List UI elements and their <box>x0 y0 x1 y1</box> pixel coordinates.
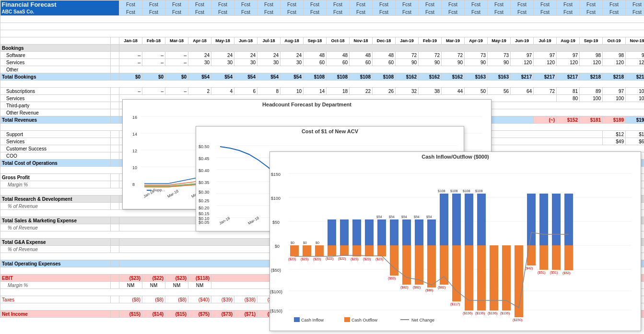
svg-text:Cash Inflow: Cash Inflow <box>301 318 324 322</box>
svg-text:$108: $108 <box>450 189 458 193</box>
svg-text:$54: $54 <box>401 215 407 219</box>
svg-text:$0.35: $0.35 <box>199 180 210 185</box>
svg-text:$108: $108 <box>475 189 483 193</box>
subscriptions-label: Subscriptions <box>0 88 111 95</box>
pct-revenue-rd-label: % of Revenue <box>0 203 111 210</box>
svg-text:$100: $100 <box>271 196 281 201</box>
subscriptions-row: Subscriptions – – – 2 4 6 8 10 14 18 22 … <box>0 88 644 95</box>
date-header-row: Jan-18 Feb-18 Mar-18 Apr-18 May-18 Jun-1… <box>0 37 644 45</box>
svg-rect-64 <box>340 219 349 245</box>
title-row: Financial Forecast Fcst Fcst Fcst Fcst F… <box>0 0 644 9</box>
software-label: Software <box>0 52 111 59</box>
svg-text:($22): ($22) <box>326 257 333 261</box>
svg-rect-127 <box>552 245 561 270</box>
total-bookings-label: Total Bookings <box>0 73 111 81</box>
svg-text:($136): ($136) <box>463 311 472 315</box>
svg-text:$0.50: $0.50 <box>199 144 210 149</box>
empty-row-3 <box>0 16 644 23</box>
svg-text:($51): ($51) <box>538 271 545 275</box>
svg-text:($50): ($50) <box>271 268 281 273</box>
headcount-chart-title: Headcount Forecast by Department <box>123 100 491 109</box>
coo-label: COO <box>0 152 111 160</box>
svg-rect-101 <box>390 245 398 276</box>
svg-text:$0.00: $0.00 <box>199 224 210 225</box>
svg-text:($117): ($117) <box>450 302 460 306</box>
svg-rect-67 <box>377 219 386 245</box>
services-booking-label: Services <box>0 59 111 66</box>
svg-text:($82): ($82) <box>413 286 421 289</box>
svg-text:$0: $0 <box>275 244 280 249</box>
svg-text:Supp...: Supp... <box>153 188 165 192</box>
subtitle-row: ABC SaaS Co. Fcst Fcst Fcst Fcst Fcst Fc… <box>0 9 644 16</box>
svg-text:$54: $54 <box>376 215 382 219</box>
svg-text:$0: $0 <box>316 241 319 244</box>
svg-text:Jan-18: Jan-18 <box>219 216 231 225</box>
svg-rect-97 <box>365 245 374 256</box>
svg-rect-93 <box>340 245 349 256</box>
svg-rect-83 <box>477 194 486 245</box>
svg-rect-123 <box>527 245 536 265</box>
empty-row-13 <box>0 81 644 88</box>
services-ops-label: Services <box>0 138 111 145</box>
svg-text:14: 14 <box>132 132 137 137</box>
ebit-label: EBIT <box>0 275 111 282</box>
svg-text:($136): ($136) <box>475 311 485 315</box>
svg-text:($23): ($23) <box>288 257 296 261</box>
svg-rect-77 <box>440 194 448 245</box>
svg-rect-137 <box>344 317 350 322</box>
pct-revenue-sm-label: % of Revenue <box>0 224 111 231</box>
app-title: Financial Forecast <box>0 0 119 9</box>
svg-text:($136): ($136) <box>488 311 497 315</box>
svg-text:($82): ($82) <box>438 286 445 289</box>
svg-text:$50: $50 <box>272 220 280 225</box>
total-sm-label: Total Sales & Marketing Expense <box>0 217 111 224</box>
svg-text:($88): ($88) <box>425 288 433 292</box>
svg-text:$0.30: $0.30 <box>199 190 210 195</box>
app-subtitle: ABC SaaS Co. <box>0 9 119 16</box>
software-row: Software – – – 24 24 24 24 24 48 48 48 4… <box>0 52 644 59</box>
svg-text:($51): ($51) <box>550 271 558 275</box>
svg-text:($23): ($23) <box>363 257 371 261</box>
svg-rect-131 <box>527 194 536 245</box>
svg-rect-73 <box>415 219 423 245</box>
svg-text:($82): ($82) <box>400 286 408 289</box>
cash-chart-svg: $150 $100 $50 $0 ($50) ($100) ($150) $0 … <box>270 161 634 324</box>
svg-text:Mar-18: Mar-18 <box>167 189 180 199</box>
taxes-label: Taxes <box>0 296 111 303</box>
net-income-label: Net Income <box>0 311 111 318</box>
svg-text:$150: $150 <box>271 172 281 177</box>
svg-text:($23): ($23) <box>301 257 308 261</box>
svg-text:($23): ($23) <box>351 257 358 261</box>
svg-rect-133 <box>552 194 561 245</box>
svg-text:($23): ($23) <box>313 257 321 261</box>
svg-text:$0.25: $0.25 <box>199 198 210 203</box>
svg-rect-79 <box>452 194 461 245</box>
svg-text:Net Change: Net Change <box>411 318 434 322</box>
svg-text:($100): ($100) <box>270 289 282 294</box>
svg-text:($52): ($52) <box>562 271 570 275</box>
gross-profit-label: Gross Profit <box>0 174 111 181</box>
svg-text:$108: $108 <box>438 189 445 193</box>
svg-rect-95 <box>352 245 361 256</box>
spreadsheet-container: Financial Forecast Fcst Fcst Fcst Fcst F… <box>0 0 644 334</box>
svg-rect-107 <box>427 245 436 288</box>
svg-rect-125 <box>539 245 548 270</box>
support-label: Support <box>0 131 111 138</box>
margin-ebit-label: Margin % <box>0 282 111 289</box>
cost-acv-chart-title: Cost of $1 of New ACV <box>196 127 464 136</box>
total-cost-ops-label: Total Cost of Operations <box>0 160 111 167</box>
services-revenue-label: Services <box>0 95 111 102</box>
svg-rect-69 <box>390 219 398 245</box>
svg-text:12: 12 <box>132 149 137 153</box>
svg-text:($136): ($136) <box>500 311 510 315</box>
empty-row-4 <box>0 23 644 30</box>
svg-rect-105 <box>415 245 423 285</box>
svg-text:($22): ($22) <box>338 257 346 261</box>
svg-text:($23): ($23) <box>375 257 383 261</box>
total-ga-label: Total G&A Expense <box>0 239 111 246</box>
svg-text:$54: $54 <box>389 215 395 219</box>
svg-text:($42): ($42) <box>525 266 533 270</box>
fcst-header: Fcst <box>119 0 142 9</box>
svg-rect-134 <box>564 194 573 245</box>
svg-text:($63): ($63) <box>388 276 396 280</box>
